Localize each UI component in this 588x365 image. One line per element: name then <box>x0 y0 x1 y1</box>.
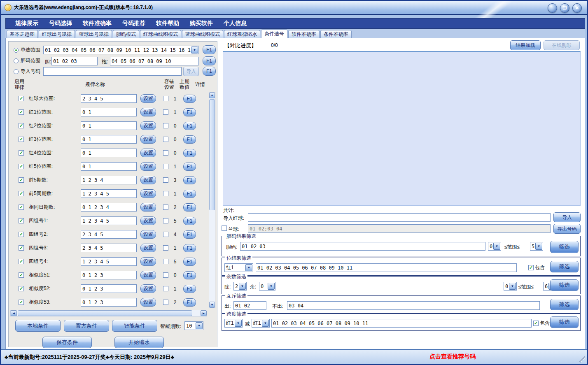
rule-enable-checkbox[interactable]: ✓ <box>19 218 24 223</box>
dan-max-select[interactable]: 5 ▼ <box>530 242 543 251</box>
tuo-value-input[interactable] <box>110 57 199 65</box>
rule-set-button[interactable]: 设置 <box>140 298 156 307</box>
dan-filter-button[interactable]: 筛选 <box>550 241 579 253</box>
rule-set-button[interactable]: 设置 <box>140 149 156 157</box>
rule-value-input[interactable] <box>81 189 137 198</box>
scroll-left-icon[interactable]: ◄ <box>11 310 17 316</box>
chevron-down-icon[interactable]: ▼ <box>235 320 242 327</box>
dan-value-input[interactable] <box>51 57 98 65</box>
title-bar[interactable]: 大乐透选号器(www.edengjiang.com)-正式版(版本号: 18.7… <box>1 1 587 15</box>
menu-item[interactable]: 规律展示 <box>10 20 44 27</box>
rule-enable-checkbox[interactable]: ✓ <box>19 96 24 101</box>
rule-tolerance-checkbox[interactable] <box>163 259 168 264</box>
chevron-down-icon[interactable]: ▼ <box>191 46 198 53</box>
rule-set-button[interactable]: 设置 <box>140 230 156 239</box>
chevron-down-icon[interactable]: ▼ <box>493 243 500 250</box>
menu-item[interactable]: 号码推荐 <box>117 20 151 27</box>
rules-horizontal-scrollbar[interactable]: ◄ ► <box>10 310 207 316</box>
not-appear-input[interactable] <box>287 301 540 310</box>
tab[interactable]: 蓝球出号规律 <box>76 30 112 38</box>
scroll-right-icon[interactable]: ► <box>201 310 207 316</box>
rule-tolerance-checkbox[interactable] <box>163 137 168 142</box>
smart-condition-button[interactable]: 智能条件 <box>112 320 157 332</box>
blue-ball-checkbox[interactable] <box>222 226 227 231</box>
rule-f1-button[interactable]: F1 <box>183 135 196 144</box>
rule-tolerance-checkbox[interactable] <box>163 272 168 278</box>
rule-set-button[interactable]: 设置 <box>140 189 156 198</box>
menu-item[interactable]: 软件帮助 <box>151 20 184 27</box>
rule-f1-button[interactable]: F1 <box>183 298 196 307</box>
rule-enable-checkbox[interactable]: ✓ <box>19 137 24 142</box>
import-red-input[interactable] <box>248 213 551 222</box>
divide-select[interactable]: 2 ▼ <box>233 282 247 291</box>
rule-tolerance-checkbox[interactable] <box>163 150 168 156</box>
tab[interactable]: 条件选号 <box>261 29 287 38</box>
tab[interactable]: 蓝球曲线图模式 <box>182 30 223 38</box>
rule-enable-checkbox[interactable]: ✓ <box>19 150 24 156</box>
rule-value-input[interactable] <box>81 216 137 225</box>
horizontal-scroll-thumb[interactable] <box>18 310 192 316</box>
position-filter-button[interactable]: 筛选 <box>550 261 579 272</box>
dan-range-radio[interactable] <box>14 58 19 63</box>
vertical-scroll-thumb[interactable] <box>209 99 215 210</box>
rule-set-button[interactable]: 设置 <box>140 135 156 144</box>
rule-set-button[interactable]: 设置 <box>140 108 156 116</box>
rule-set-button[interactable]: 设置 <box>140 257 156 266</box>
rule-f1-button[interactable]: F1 <box>183 149 196 157</box>
rule-tolerance-checkbox[interactable] <box>163 218 168 223</box>
official-condition-button[interactable]: 官方条件 <box>64 320 109 332</box>
rule-set-button[interactable]: 设置 <box>140 121 156 130</box>
rule-enable-checkbox[interactable]: ✓ <box>19 123 24 128</box>
appear-input[interactable] <box>233 301 266 310</box>
export-numbers-button[interactable]: 导出号码 <box>553 224 581 234</box>
scroll-down-icon[interactable]: ▼ <box>209 302 215 308</box>
rule-value-input[interactable] <box>81 121 137 130</box>
rule-tolerance-checkbox[interactable] <box>163 123 168 128</box>
rule-value-input[interactable] <box>81 284 137 293</box>
rule-f1-button[interactable]: F1 <box>183 108 196 116</box>
import-numbers-input[interactable] <box>43 67 182 76</box>
rule-value-input[interactable] <box>81 271 137 279</box>
tab[interactable]: 软件准确率 <box>288 30 320 38</box>
save-condition-button[interactable]: 保存条件 <box>42 337 92 348</box>
rule-f1-button[interactable]: F1 <box>183 230 196 239</box>
rule-f1-button[interactable]: F1 <box>183 258 196 266</box>
dan-min-select[interactable]: 0 ▼ <box>488 242 501 251</box>
recommended-numbers-link[interactable]: 点击查看推荐号码 <box>429 353 476 360</box>
tab[interactable]: 红球出号规律 <box>39 30 75 38</box>
chevron-down-icon[interactable]: ▼ <box>509 283 516 290</box>
rule-f1-button[interactable]: F1 <box>183 285 196 293</box>
rule-set-button[interactable]: 设置 <box>140 271 156 279</box>
rule-value-input[interactable] <box>81 257 137 266</box>
position-include-checkbox[interactable]: ✓ <box>528 265 534 270</box>
rule-tolerance-checkbox[interactable] <box>163 245 168 251</box>
rule-f1-button[interactable]: F1 <box>183 122 196 130</box>
remainder-select[interactable]: 0 ▼ <box>259 282 275 291</box>
rule-value-input[interactable] <box>81 298 137 307</box>
rule-enable-checkbox[interactable]: ✓ <box>19 232 24 237</box>
rule-f1-button[interactable]: F1 <box>183 217 196 225</box>
rule-enable-checkbox[interactable]: ✓ <box>19 259 24 264</box>
rule-f1-button[interactable]: F1 <box>183 163 196 171</box>
rule-tolerance-checkbox[interactable] <box>163 164 168 169</box>
dan-code-input[interactable] <box>240 242 485 251</box>
rule-value-input[interactable] <box>81 230 137 239</box>
span-filter-button[interactable]: 筛选 <box>550 316 579 328</box>
tab[interactable]: 条件准确率 <box>320 30 352 38</box>
rule-enable-checkbox[interactable]: ✓ <box>19 300 24 305</box>
rule-set-button[interactable]: 设置 <box>140 284 156 293</box>
tab[interactable]: 基本走趋图 <box>7 30 38 38</box>
resize-grip[interactable] <box>579 356 585 362</box>
rule-value-input[interactable] <box>81 162 137 171</box>
rule-tolerance-checkbox[interactable] <box>163 96 168 101</box>
rule-tolerance-checkbox[interactable] <box>163 232 168 237</box>
chevron-down-icon[interactable]: ▼ <box>262 320 269 327</box>
import-red-button[interactable]: 导入 <box>553 212 581 222</box>
chevron-down-icon[interactable]: ▼ <box>196 322 203 329</box>
rule-value-input[interactable] <box>81 108 137 116</box>
blue-ball-input[interactable] <box>248 224 551 233</box>
rule-set-button[interactable]: 设置 <box>140 203 156 212</box>
rule-enable-checkbox[interactable]: ✓ <box>19 205 24 210</box>
rule-value-input[interactable] <box>81 176 137 184</box>
maximize-button[interactable]: ❐ <box>560 3 569 13</box>
